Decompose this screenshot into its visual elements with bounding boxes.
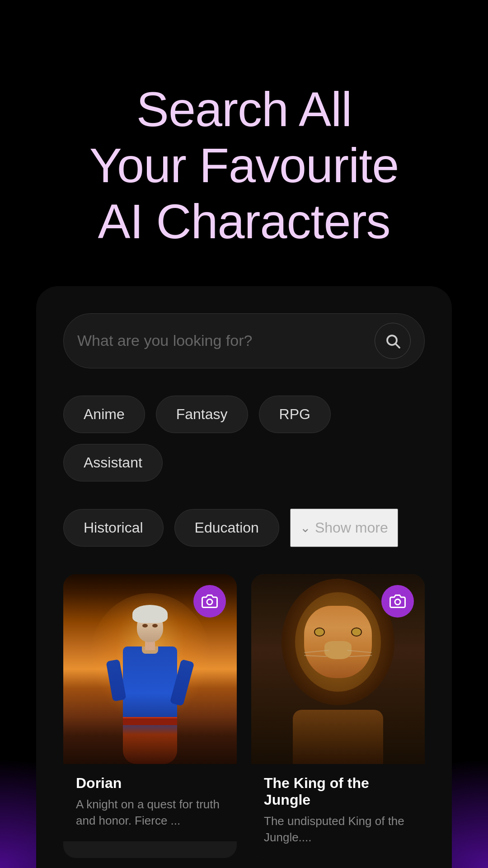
knight-belt — [123, 717, 177, 725]
tag-assistant[interactable]: Assistant — [63, 444, 163, 481]
lion-whisker-left2 — [304, 655, 327, 657]
lion-body — [293, 710, 383, 764]
knight-left-eye — [142, 624, 148, 627]
svg-point-3 — [395, 599, 400, 604]
lion-card-image — [251, 574, 425, 764]
svg-line-1 — [396, 344, 399, 347]
dorian-description: A knight on a quest for truth and honor.… — [76, 796, 224, 829]
knight-head — [137, 611, 163, 642]
knight-neck — [145, 641, 155, 650]
tag-education[interactable]: Education — [174, 509, 279, 547]
search-input[interactable] — [77, 332, 366, 349]
show-more-button[interactable]: ⌄ Show more — [290, 509, 398, 547]
lion-whisker-right2 — [349, 655, 372, 657]
lion-name: The King of the Jungle — [264, 775, 412, 808]
search-button[interactable] — [375, 323, 411, 359]
camera-icon-lion — [389, 593, 406, 609]
tag-anime[interactable]: Anime — [63, 396, 145, 433]
knight-figure — [105, 592, 195, 764]
dorian-card-info: Dorian A knight on a quest for truth and… — [63, 764, 237, 842]
lion-description: The undisputed King of the Jungle.... — [264, 813, 412, 846]
dorian-name: Dorian — [76, 775, 224, 792]
tag-historical[interactable]: Historical — [63, 509, 164, 547]
tag-fantasy[interactable]: Fantasy — [156, 396, 248, 433]
knight-right-eye — [152, 624, 158, 627]
knight-robe — [123, 646, 177, 764]
character-card-lion[interactable]: The King of the Jungle The undisputed Ki… — [251, 574, 425, 859]
lion-camera-badge[interactable] — [381, 585, 414, 618]
lion-card-info: The King of the Jungle The undisputed Ki… — [251, 764, 425, 859]
tags-section: Anime Fantasy RPG Assistant — [63, 396, 425, 481]
chevron-down-icon: ⌄ — [300, 520, 310, 535]
dorian-camera-badge[interactable] — [193, 585, 226, 618]
character-card-dorian[interactable]: Dorian A knight on a quest for truth and… — [63, 574, 237, 859]
knight-hair — [132, 605, 168, 623]
page-content: Search All Your Favourite AI Characters … — [0, 0, 488, 868]
search-bar — [63, 313, 425, 368]
tag-rpg[interactable]: RPG — [259, 396, 331, 433]
search-icon — [385, 333, 401, 349]
hero-title-line3: AI Characters — [98, 194, 390, 249]
characters-grid: Dorian A knight on a quest for truth and… — [63, 574, 425, 859]
hero-title: Search All Your Favourite AI Characters — [27, 81, 461, 250]
hero-title-line1: Search All — [136, 82, 352, 137]
main-card: Anime Fantasy RPG Assistant Historical E… — [36, 286, 452, 868]
hero-section: Search All Your Favourite AI Characters — [0, 0, 488, 286]
hero-title-line2: Your Favourite — [89, 138, 399, 193]
show-more-label: Show more — [315, 519, 388, 536]
camera-icon — [202, 593, 218, 609]
search-wrapper — [63, 313, 425, 368]
svg-point-2 — [207, 599, 212, 604]
lion-face — [304, 606, 372, 678]
tags-row2: Historical Education ⌄ Show more — [63, 509, 425, 547]
dorian-card-image — [63, 574, 237, 764]
lion-right-eye — [351, 627, 362, 637]
lion-left-eye — [314, 627, 325, 637]
